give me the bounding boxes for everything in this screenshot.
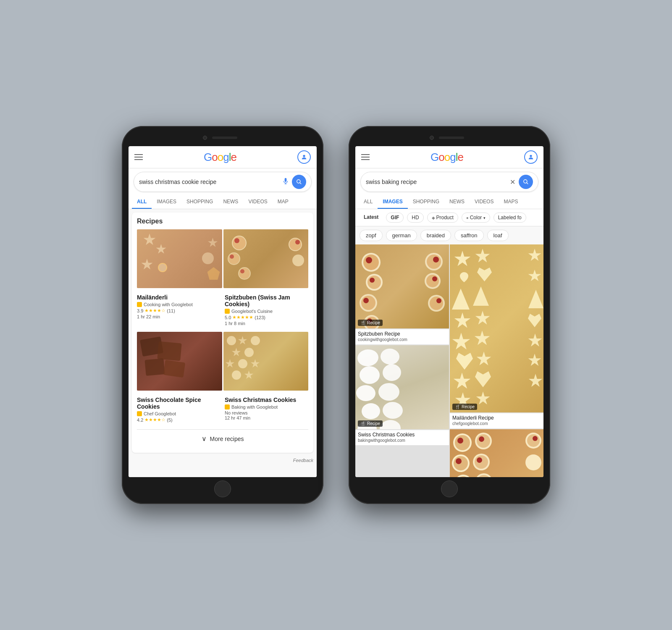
stars-2: ★★★★☆ <box>144 417 165 423</box>
tag-zopf[interactable]: zopf <box>360 230 383 241</box>
screen-content-1: Recipes <box>129 209 317 477</box>
tab-maps-2[interactable]: MAPS <box>499 195 523 209</box>
caption-title-spitzbuben: Spitzbuben Recipe <box>358 331 446 337</box>
chevron-down-icon: ∨ <box>202 435 207 443</box>
stars-0: ★★★★☆ <box>144 308 165 313</box>
filter-latest[interactable]: Latest <box>360 213 383 223</box>
recipe-image-2 <box>223 229 309 288</box>
filter-hd[interactable]: HD <box>407 213 423 223</box>
tab-shopping-1[interactable]: SHOPPING <box>181 195 218 209</box>
phone-2-top-bar <box>355 133 543 143</box>
caption-title-christmas: Swiss Christmas Cookies <box>358 432 446 438</box>
phone-1-bottom <box>129 480 317 497</box>
feedback-label-1[interactable]: Feedback <box>129 456 317 465</box>
tab-videos-2[interactable]: VIDEOS <box>470 195 499 209</box>
home-button-1[interactable] <box>214 480 231 497</box>
google-header-1: Google <box>129 146 317 168</box>
phone-2-bottom <box>355 480 543 497</box>
image-filter-bar: Latest GIF HD ◆ Product ● Color ▾ Labele… <box>355 209 543 226</box>
caption-source-mailanderli: chefgooglebot.com <box>452 421 541 426</box>
hamburger-icon-2[interactable] <box>361 154 370 160</box>
images-right-col: 🍴 Recipe Mailänderli Recipe chefgooglebo… <box>450 244 543 477</box>
recipe-item-3[interactable]: Swiss Christmas Cookies Baking with Goog… <box>225 395 308 425</box>
recipe-source-row-3: Baking with Googlebot <box>225 404 308 410</box>
recipe-source-1: Googlebot's Cuisine <box>231 309 273 314</box>
search-button-2[interactable] <box>519 175 533 189</box>
tab-all-1[interactable]: ALL <box>132 195 152 209</box>
svg-point-6 <box>530 155 532 157</box>
tab-news-1[interactable]: NEWS <box>218 195 243 209</box>
stars-1: ★★★★★ <box>232 315 253 320</box>
recipe-item-1[interactable]: Spitzbuben (Swiss Jam Cookies) Googlebot… <box>225 292 308 328</box>
recipe-badge-christmas: 🍴 Recipe <box>358 420 383 427</box>
image-card-christmas[interactable]: 🍴 Recipe <box>355 345 449 429</box>
filter-gif[interactable]: GIF <box>386 213 404 223</box>
account-icon-2[interactable] <box>524 150 538 164</box>
recipe-name-1: Spitzbuben (Swiss Jam Cookies) <box>225 294 308 307</box>
filter-product[interactable]: ◆ Product <box>427 213 458 223</box>
image-card-spitzbuben[interactable]: 🍴 Recipe <box>355 244 449 328</box>
recipe-source-row-2: Chef Googlebot <box>137 411 220 416</box>
rating-0: 3.9 <box>137 308 143 313</box>
tag-german[interactable]: german <box>386 230 417 241</box>
tab-images-2[interactable]: IMAGES <box>378 195 407 209</box>
more-recipes-btn[interactable]: ∨ More recipes <box>137 429 308 448</box>
recipe-image-1 <box>137 229 222 288</box>
recipe-name-3: Swiss Christmas Cookies <box>225 396 308 403</box>
svg-rect-1 <box>285 178 287 181</box>
phone-2-screen: Google ✕ <box>355 146 543 477</box>
search-button-1[interactable] <box>292 175 306 189</box>
hamburger-icon-1[interactable] <box>134 154 143 160</box>
filter-labeled[interactable]: Labeled fo <box>494 213 526 223</box>
tab-images-1[interactable]: IMAGES <box>152 195 181 209</box>
caption-title-mailanderli: Mailänderli Recipe <box>452 415 541 421</box>
search-input-2[interactable] <box>366 178 510 185</box>
tag-chips-row: zopf german braided saffron loaf <box>355 226 543 244</box>
recipe-source-2: Chef Googlebot <box>144 411 176 416</box>
recipe-image-4 <box>223 332 309 391</box>
recipes-bottom-images <box>137 332 308 391</box>
phone-2-camera <box>430 136 434 140</box>
tag-loaf[interactable]: loaf <box>487 230 509 241</box>
search-input-1[interactable] <box>139 178 283 185</box>
account-icon-1[interactable] <box>297 150 311 164</box>
tab-shopping-2[interactable]: SHOPPING <box>408 195 444 209</box>
home-button-2[interactable] <box>441 480 458 497</box>
source-dot-0 <box>137 302 142 307</box>
mic-icon-1[interactable] <box>283 178 289 186</box>
tag-braided[interactable]: braided <box>420 230 451 241</box>
svg-line-8 <box>527 183 528 184</box>
fork-icon-mailanderli: 🍴 <box>455 404 460 409</box>
recipe-badge-label-spitzbuben: Recipe <box>367 320 380 325</box>
recipe-badge-spitzbuben: 🍴 Recipe <box>358 320 383 326</box>
chevron-color-icon: ▾ <box>483 216 486 220</box>
recipe-time-3: 12 hr 47 min <box>225 415 308 420</box>
search-bar-2[interactable]: ✕ <box>360 172 538 192</box>
recipes-top-images <box>137 229 308 288</box>
recipe-item-2[interactable]: Swiss Chocolate Spice Cookies Chef Googl… <box>137 395 220 425</box>
source-dot-3 <box>225 404 230 410</box>
phone-1-camera <box>203 136 207 140</box>
tab-videos-1[interactable]: VIDEOS <box>243 195 272 209</box>
recipe-badge-mailanderli: 🍴 Recipe <box>452 404 477 410</box>
scene: Google <box>122 126 550 504</box>
svg-point-0 <box>303 155 305 157</box>
recipe-name-0: Mailänderli <box>137 294 220 301</box>
search-bar-1[interactable] <box>134 172 312 192</box>
image-card-jam-cookies[interactable] <box>450 429 543 477</box>
tab-all-2[interactable]: ALL <box>359 195 378 209</box>
recipe-item-0[interactable]: Mailänderli Cooking with Googlebot 3.9 ★… <box>137 292 220 328</box>
filter-color[interactable]: ● Color ▾ <box>462 213 490 223</box>
clear-icon-2[interactable]: ✕ <box>510 178 515 186</box>
recipe-source-row-0: Cooking with Googlebot <box>137 302 220 307</box>
tab-news-2[interactable]: NEWS <box>444 195 470 209</box>
nav-tabs-1: ALL IMAGES SHOPPING NEWS VIDEOS MAP <box>129 195 317 209</box>
stars-row-0: 3.9 ★★★★☆ (11) <box>137 308 220 313</box>
stars-row-1: 5.0 ★★★★★ (123) <box>225 315 308 320</box>
phone-1-top-bar <box>129 133 317 143</box>
tag-saffron[interactable]: saffron <box>454 230 484 241</box>
tab-map-1[interactable]: MAP <box>273 195 294 209</box>
image-card-mailanderli[interactable]: 🍴 Recipe <box>450 244 543 412</box>
images-left-col: 🍴 Recipe Spitzbuben Recipe cookingwithgo… <box>355 244 449 477</box>
recipe-items-row-1: Mailänderli Cooking with Googlebot 3.9 ★… <box>137 292 308 328</box>
